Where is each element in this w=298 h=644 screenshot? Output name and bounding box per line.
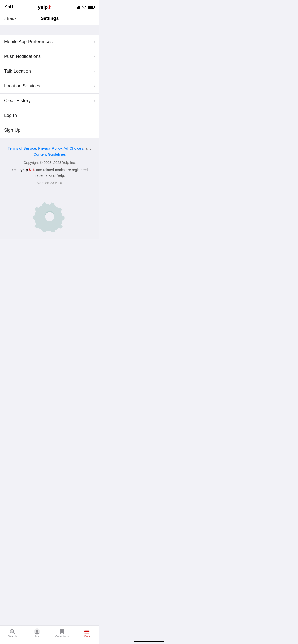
chevron-right-icon: ›	[94, 98, 95, 104]
settings-item-label: Sign Up	[4, 128, 20, 133]
back-chevron-icon: ‹	[4, 16, 6, 21]
settings-item-sign-up[interactable]: Sign Up	[0, 123, 99, 138]
settings-item-talk-location[interactable]: Talk Location ›	[0, 64, 99, 79]
section-separator	[0, 25, 99, 35]
yelp-logo-text: yelp✳	[20, 168, 31, 172]
chevron-right-icon: ›	[94, 54, 95, 59]
nav-header: ‹ Back Settings	[0, 13, 99, 25]
footer-separator: ,	[62, 146, 64, 150]
settings-item-label: Push Notifications	[4, 54, 41, 59]
footer-version: Version 23.51.0	[5, 181, 94, 185]
back-button[interactable]: ‹ Back	[4, 16, 16, 21]
settings-item-location-services[interactable]: Location Services ›	[0, 79, 99, 94]
back-label: Back	[7, 16, 17, 21]
signal-icon	[76, 5, 80, 9]
settings-item-label: Location Services	[4, 83, 40, 89]
settings-list: Mobile App Preferences › Push Notificati…	[0, 35, 99, 138]
settings-item-log-in[interactable]: Log In	[0, 108, 99, 123]
content-guidelines-link[interactable]: Content Guidelines	[33, 152, 66, 156]
settings-item-clear-history[interactable]: Clear History ›	[0, 94, 99, 108]
status-logo: yelp✳	[38, 4, 51, 10]
yelp-burst-icon: ✳	[32, 168, 35, 172]
chevron-right-icon: ›	[94, 39, 95, 45]
footer-links: Terms of Service, Privacy Policy, Ad Cho…	[5, 145, 94, 157]
terms-of-service-link[interactable]: Terms of Service	[8, 146, 36, 150]
status-time: 9:41	[5, 5, 13, 10]
gear-watermark-icon	[29, 201, 70, 236]
wifi-icon	[82, 5, 86, 9]
page-title: Settings	[40, 16, 59, 21]
gear-watermark-area	[0, 190, 99, 236]
settings-item-label: Mobile App Preferences	[4, 39, 53, 45]
footer-separator: ,	[36, 146, 38, 150]
footer-trademark: Yelp, yelp✳ ✳ and related marks are regi…	[5, 167, 94, 178]
settings-item-label: Clear History	[4, 98, 31, 104]
footer-copyright: Copyright © 2008–2023 Yelp Inc.	[5, 160, 94, 165]
settings-item-mobile-app-prefs[interactable]: Mobile App Preferences ›	[0, 35, 99, 49]
settings-item-push-notifications[interactable]: Push Notifications ›	[0, 49, 99, 64]
chevron-right-icon: ›	[94, 83, 95, 89]
settings-item-label: Talk Location	[4, 69, 31, 74]
status-bar: 9:41 yelp✳	[0, 0, 99, 13]
chevron-right-icon: ›	[94, 69, 95, 74]
battery-icon	[88, 6, 94, 9]
settings-item-label: Log In	[4, 113, 17, 118]
ad-choices-link[interactable]: Ad Choices	[64, 146, 83, 150]
footer-section: Terms of Service, Privacy Policy, Ad Cho…	[0, 138, 99, 190]
status-icons	[76, 5, 94, 9]
privacy-policy-link[interactable]: Privacy Policy	[38, 146, 62, 150]
footer-separator: , and	[83, 146, 92, 150]
svg-point-0	[45, 212, 54, 221]
